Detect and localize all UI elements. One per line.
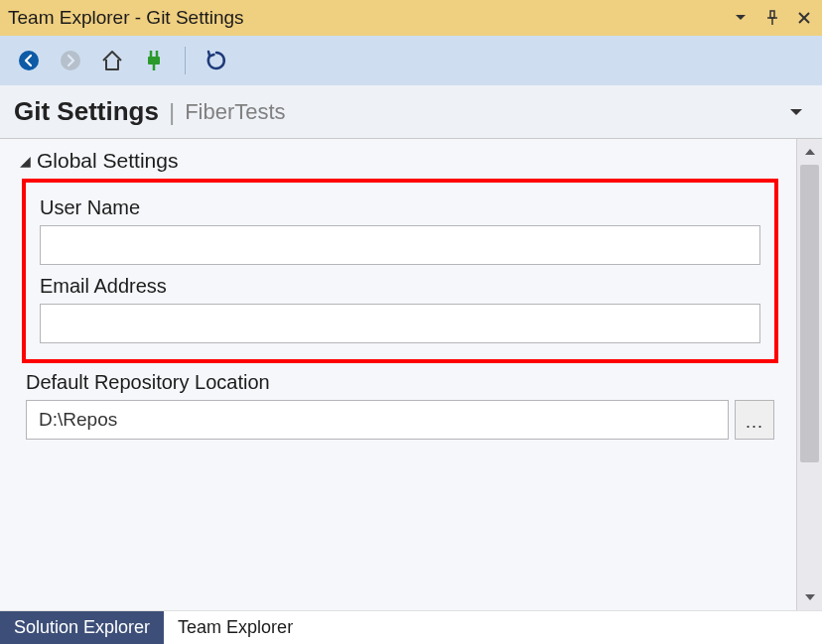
email-field: Email Address: [40, 275, 760, 343]
scroll-down-icon[interactable]: [797, 584, 822, 610]
breadcrumb-project: FiberTests: [185, 99, 285, 125]
vertical-scrollbar[interactable]: [796, 139, 822, 610]
email-input[interactable]: [40, 304, 760, 343]
browse-button[interactable]: ...: [735, 400, 774, 440]
breadcrumb: Git Settings | FiberTests: [0, 85, 822, 139]
collapse-caret-icon: ◢: [20, 153, 31, 169]
section-title: Global Settings: [37, 149, 178, 173]
content-area: ◢ Global Settings User Name Email Addres…: [0, 139, 822, 610]
toolbar-separator: [185, 47, 186, 74]
repo-location-value: D:\Repos: [39, 409, 117, 431]
repo-location-field: Default Repository Location D:\Repos ...: [20, 371, 780, 440]
close-icon[interactable]: [794, 8, 814, 28]
breadcrumb-separator: |: [169, 98, 175, 126]
forward-button[interactable]: [54, 44, 87, 77]
scroll-up-icon[interactable]: [797, 139, 822, 165]
scroll-thumb[interactable]: [800, 165, 819, 462]
browse-label: ...: [746, 412, 763, 433]
tab-label: Solution Explorer: [14, 617, 150, 638]
window-controls: [731, 8, 814, 28]
toolbar: [0, 36, 822, 85]
window-dropdown-icon[interactable]: [731, 8, 751, 28]
tab-team-explorer[interactable]: Team Explorer: [164, 611, 307, 644]
page-title: Git Settings: [14, 96, 159, 127]
breadcrumb-dropdown-icon[interactable]: [784, 100, 808, 124]
svg-rect-9: [148, 57, 160, 64]
pin-icon[interactable]: [762, 8, 782, 28]
svg-point-6: [61, 51, 80, 70]
user-name-input[interactable]: [40, 225, 760, 265]
home-button[interactable]: [95, 44, 129, 77]
tab-solution-explorer[interactable]: Solution Explorer: [0, 611, 164, 644]
bottom-tab-bar: Solution Explorer Team Explorer: [0, 610, 822, 644]
scroll-track[interactable]: [797, 165, 822, 584]
user-name-label: User Name: [40, 196, 760, 219]
svg-rect-0: [770, 11, 774, 18]
refresh-button[interactable]: [200, 44, 233, 77]
repo-location-label: Default Repository Location: [26, 371, 774, 394]
window-title-bar: Team Explorer - Git Settings: [0, 0, 822, 36]
email-label: Email Address: [40, 275, 760, 298]
plug-icon[interactable]: [137, 44, 171, 77]
user-name-field: User Name: [40, 196, 760, 265]
repo-location-row: D:\Repos ...: [26, 400, 774, 440]
back-button[interactable]: [12, 44, 46, 77]
repo-location-input[interactable]: D:\Repos: [26, 400, 729, 440]
tab-label: Team Explorer: [178, 617, 293, 638]
highlighted-region: User Name Email Address: [22, 179, 778, 363]
settings-panel: ◢ Global Settings User Name Email Addres…: [0, 139, 796, 610]
svg-point-5: [19, 51, 39, 70]
window-title: Team Explorer - Git Settings: [8, 7, 731, 29]
global-settings-header[interactable]: ◢ Global Settings: [20, 149, 780, 173]
